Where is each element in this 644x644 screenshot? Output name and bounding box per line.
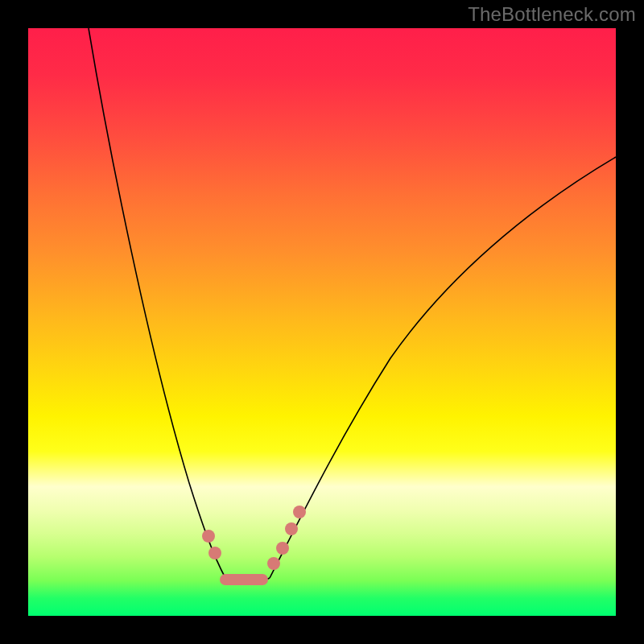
highlight-dot bbox=[202, 530, 215, 543]
highlight-dot bbox=[276, 542, 289, 555]
chart-frame: TheBottleneck.com bbox=[0, 0, 644, 644]
attribution-text: TheBottleneck.com bbox=[468, 3, 636, 26]
curve-right-branch bbox=[270, 157, 616, 578]
highlight-dot bbox=[267, 557, 280, 570]
curve-left-branch bbox=[89, 28, 225, 578]
plot-area bbox=[28, 28, 616, 616]
curve-layer bbox=[28, 28, 616, 616]
highlight-dot bbox=[285, 522, 298, 535]
highlight-dot bbox=[293, 506, 306, 518]
trough-highlight-bar bbox=[220, 574, 268, 585]
highlight-dot bbox=[208, 547, 221, 559]
